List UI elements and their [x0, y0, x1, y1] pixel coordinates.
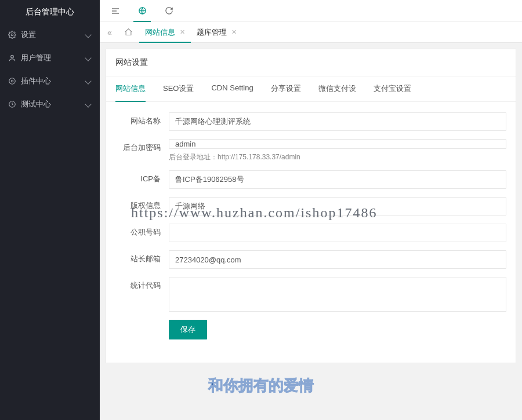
- tab-question-bank[interactable]: 题库管理 ✕: [191, 22, 242, 43]
- app-title: 后台管理中心: [0, 0, 100, 23]
- chevron-down-icon: [85, 101, 91, 107]
- ctab-site-info[interactable]: 网站信息: [115, 76, 146, 102]
- ctab-share[interactable]: 分享设置: [271, 76, 301, 101]
- chevron-down-icon: [85, 31, 91, 38]
- site-name-input[interactable]: [169, 112, 506, 131]
- home-icon: [124, 28, 133, 36]
- svg-point-0: [11, 34, 13, 36]
- test-icon: [8, 100, 16, 108]
- sidebar-item-label: 设置: [21, 30, 86, 40]
- page-tabs: « 网站信息 ✕ 题库管理 ✕: [100, 22, 522, 43]
- main: « 网站信息 ✕ 题库管理 ✕ 网站设置 网站信息 SEO设置 CDN Sett…: [100, 0, 522, 420]
- ctab-alipay[interactable]: 支付宝设置: [374, 76, 411, 101]
- copyright-input[interactable]: [169, 197, 506, 216]
- label-copyright: 版权信息: [115, 197, 169, 214]
- sidebar: 后台管理中心 设置 用户管理 插件中心 测试中心: [0, 0, 100, 420]
- tab-home[interactable]: [117, 22, 139, 43]
- ctab-seo[interactable]: SEO设置: [163, 76, 194, 101]
- ctab-cdn[interactable]: CDN Setting: [211, 76, 253, 101]
- globe-button[interactable]: [129, 0, 155, 22]
- icp-input[interactable]: [169, 170, 506, 189]
- label-admin-pass: 后台加密码: [115, 139, 169, 156]
- sidebar-item-tests[interactable]: 测试中心: [0, 93, 100, 116]
- label-email: 站长邮箱: [115, 250, 169, 268]
- ctab-wechat-pay[interactable]: 微信支付设: [318, 76, 356, 101]
- chevron-down-icon: [85, 54, 91, 61]
- tab-label: 题库管理: [197, 27, 227, 38]
- stats-textarea[interactable]: [169, 277, 506, 312]
- close-icon[interactable]: ✕: [231, 29, 237, 35]
- admin-pass-input[interactable]: [169, 139, 506, 149]
- tabs-prev-button[interactable]: «: [102, 22, 117, 43]
- svg-point-3: [11, 80, 13, 82]
- svg-point-2: [9, 78, 16, 85]
- menu-icon: [111, 6, 120, 16]
- label-site-name: 网站名称: [115, 112, 169, 130]
- settings-form: 网站名称 后台加密码 后台登录地址：http://175.178.33.37/a…: [106, 102, 516, 363]
- chevron-down-icon: [85, 78, 91, 84]
- card-tabs: 网站信息 SEO设置 CDN Setting 分享设置 微信支付设 支付宝设置: [106, 76, 516, 102]
- settings-card: 网站设置 网站信息 SEO设置 CDN Setting 分享设置 微信支付设 支…: [106, 49, 516, 363]
- close-icon[interactable]: ✕: [180, 29, 185, 35]
- sidebar-item-label: 插件中心: [21, 76, 86, 86]
- email-input[interactable]: [169, 250, 506, 269]
- save-button[interactable]: 保存: [169, 320, 207, 339]
- sidebar-item-label: 用户管理: [21, 53, 86, 63]
- card-title: 网站设置: [106, 49, 516, 76]
- sidebar-item-label: 测试中心: [21, 99, 86, 109]
- globe-icon: [138, 6, 147, 15]
- phone-input[interactable]: [169, 224, 506, 242]
- svg-point-1: [11, 55, 14, 58]
- label-phone: 公积号码: [115, 224, 169, 241]
- plugin-icon: [8, 77, 16, 85]
- topbar: [100, 0, 522, 22]
- sidebar-item-plugins[interactable]: 插件中心: [0, 70, 100, 93]
- sidebar-item-users[interactable]: 用户管理: [0, 46, 100, 70]
- gear-icon: [8, 31, 16, 39]
- label-stats: 统计代码: [115, 277, 169, 294]
- sidebar-item-settings[interactable]: 设置: [0, 23, 100, 46]
- label-icp: ICP备: [115, 170, 169, 188]
- tab-site-info[interactable]: 网站信息 ✕: [139, 22, 191, 43]
- menu-toggle-button[interactable]: [102, 0, 129, 22]
- user-icon: [8, 54, 16, 62]
- admin-url-help: 后台登录地址：http://175.178.33.37/admin: [169, 152, 506, 162]
- refresh-icon: [165, 6, 173, 15]
- tab-label: 网站信息: [145, 27, 175, 38]
- refresh-button[interactable]: [155, 0, 182, 22]
